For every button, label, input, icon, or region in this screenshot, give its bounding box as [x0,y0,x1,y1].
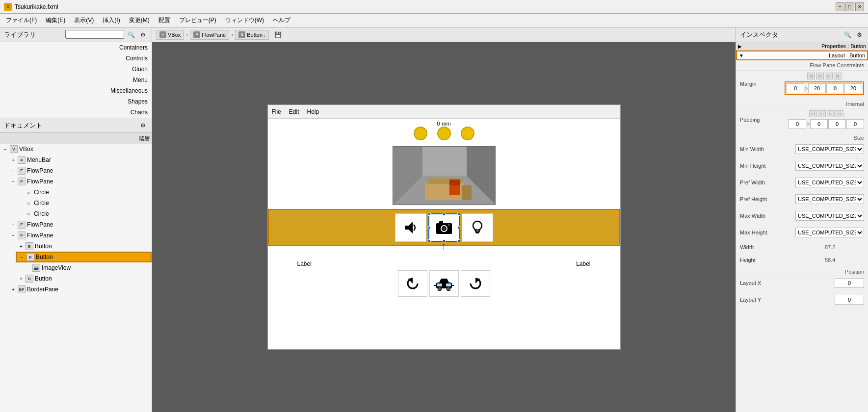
menubar-icon: ≡ [18,156,26,164]
library-settings-icon[interactable]: ⚙ [138,30,148,40]
speaker-icon [403,220,419,235]
menu-change[interactable]: 変更(M) [125,15,154,26]
menu-insert[interactable]: 挿入(I) [99,15,124,26]
expand-flowpane3[interactable]: − [10,221,17,228]
library-search[interactable] [65,30,124,39]
tree-item-button2-selected[interactable]: − B Button [16,252,152,262]
menu-layout[interactable]: 配置 [155,15,174,26]
maximize-button[interactable]: □ [845,2,854,11]
menu-preview[interactable]: プレビュー(P) [175,15,220,26]
right-label: Label [576,260,590,267]
inspector-settings-icon[interactable]: ⚙ [854,30,864,40]
padding-bottom-input[interactable] [846,119,864,129]
tree-item-circle1[interactable]: ○ Circle [16,187,152,198]
center-header: V VBox › F FlowPane › B Button : 💾 [152,27,736,42]
library-item-containers[interactable]: Containers [0,42,152,53]
expand-button3[interactable]: + [18,275,25,282]
padding-top-input[interactable] [810,119,828,129]
canvas-area[interactable]: File Edit Help 0 mm [152,42,736,412]
tree-item-flowpane3[interactable]: − F FlowPane [8,219,152,230]
camera-button[interactable]: ↑ [428,213,460,242]
tree-item-flowpane4[interactable]: − F FlowPane [8,230,152,241]
tree-item-imageview[interactable]: 📷 ImageView [24,262,152,273]
speaker-button[interactable] [395,213,426,242]
tree-item-borderpane[interactable]: + BP BorderPane [8,284,152,295]
inspector-collapse-2[interactable]: ▼ Layout : Button [736,51,868,60]
tree-item-vbox[interactable]: − V VBox [0,144,152,154]
expand-flowpane4[interactable]: − [10,232,17,239]
rotate-left-icon [405,276,421,291]
tree-item-flowpane2[interactable]: − F FlowPane [8,176,152,187]
inspector-collapse-1[interactable]: ▶ Properties : Button [736,42,868,51]
expand-flowpane1[interactable]: − [10,167,17,174]
menu-view[interactable]: 表示(V) [70,15,98,26]
svg-marker-11 [405,222,413,233]
pref-width-select[interactable]: USE_COMPUTED_SIZE [795,178,864,187]
menu-file[interactable]: ファイル(F) [2,15,41,26]
handle-tc [443,213,446,216]
margin-bottom-input[interactable] [844,83,862,93]
max-width-select[interactable]: USE_COMPUTED_SIZE [795,211,864,221]
padding-left-input[interactable] [789,119,806,129]
expand-button1[interactable]: + [18,243,25,250]
tree-item-circle2[interactable]: ○ Circle [16,198,152,208]
pref-height-select[interactable]: USE_COMPUTED_SIZE [795,194,864,204]
library-item-shapes[interactable]: Shapes [0,96,152,107]
svg-rect-9 [449,184,460,195]
pref-height-row: Pref Height USE_COMPUTED_SIZE [736,192,868,206]
lightbulb-button[interactable] [462,213,493,242]
max-width-label: Max Width [740,213,774,219]
expand-vbox[interactable]: − [2,146,9,153]
expand-borderpane[interactable]: + [10,286,17,293]
margin-left-input[interactable] [787,83,804,93]
width-value: 87.2 [825,244,864,250]
rotate-right-button[interactable] [461,270,490,297]
expand-flowpane2[interactable]: − [10,178,17,185]
svg-point-18 [473,221,482,230]
inspector-search-icon[interactable]: 🔍 [842,30,852,40]
mm-value: 0 [437,121,440,127]
library-search-icon[interactable]: 🔍 [126,30,136,40]
close-button[interactable]: ✕ [855,2,864,11]
flowpane3-icon: F [18,221,26,229]
padding-right-input[interactable] [828,119,846,129]
app-menu-file[interactable]: File [272,108,281,115]
min-height-select[interactable]: USE_COMPUTED_SIZE [795,161,864,171]
minimize-button[interactable]: − [836,2,844,11]
layout-x-input[interactable] [835,278,864,288]
margin-right-input[interactable] [826,83,844,93]
car-button[interactable] [429,270,459,297]
menu-edit[interactable]: 編集(E) [42,15,69,26]
tree-item-flowpane1[interactable]: − F FlowPane [8,165,152,176]
library-item-controls[interactable]: Controls [0,53,152,64]
rotate-left-button[interactable] [398,270,427,297]
library-item-gluon[interactable]: Gluon [0,64,152,75]
tree-item-menubar[interactable]: + ≡ MenuBar [8,154,152,165]
breadcrumb-save-icon[interactable]: 💾 [273,30,283,40]
layer-header: 階層 [0,133,152,144]
height-value: 58.4 [825,257,864,263]
breadcrumb-flowpane[interactable]: F FlowPane [190,30,229,40]
margin-top-input[interactable] [808,83,826,93]
app-menu-help[interactable]: Help [307,108,319,115]
breadcrumb-vbox[interactable]: V VBox [156,30,184,40]
tree-item-button3[interactable]: + B Button [16,273,152,284]
max-height-select[interactable]: USE_COMPUTED_SIZE [795,228,864,237]
min-width-select[interactable]: USE_COMPUTED_SIZE [795,144,864,154]
expand-menubar[interactable]: + [10,156,17,163]
library-item-miscellaneous[interactable]: Miscellaneous [0,85,152,96]
library-item-menu[interactable]: Menu [0,75,152,85]
menu-window[interactable]: ウィンドウ(W) [221,15,268,26]
layout-y-input[interactable] [835,295,864,305]
tree-item-button1[interactable]: + B Button [16,241,152,252]
handle-tr [457,213,460,216]
breadcrumb-button[interactable]: B Button : [235,30,269,40]
menu-help[interactable]: ヘルプ [269,15,294,26]
document-settings-icon[interactable]: ⚙ [138,121,148,130]
svg-point-23 [438,287,442,291]
tree-item-circle3[interactable]: ○ Circle [16,208,152,219]
center-panel: V VBox › F FlowPane › B Button : 💾 [152,27,736,412]
expand-button2[interactable]: − [19,254,26,260]
app-menu-edit[interactable]: Edit [289,108,299,115]
library-item-charts[interactable]: Charts [0,107,152,118]
